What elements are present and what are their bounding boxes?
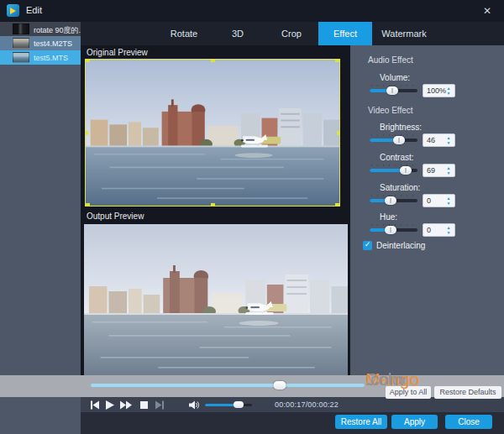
playback-volume-handle[interactable] — [234, 401, 244, 408]
tab-rotate[interactable]: Rotate — [157, 22, 211, 45]
output-preview-header: Output Preview — [81, 210, 350, 223]
original-preview-label: Original Preview — [81, 47, 148, 59]
brightness-label: Brightness: — [380, 123, 422, 132]
tab-3d[interactable]: 3D — [211, 22, 265, 45]
window-title: Edit — [26, 5, 42, 15]
seek-handle[interactable] — [273, 381, 286, 390]
video-thumbnail — [13, 52, 29, 63]
deinterlacing-label: Deinterlacing — [376, 241, 425, 250]
fast-forward-icon[interactable] — [119, 400, 131, 410]
file-name: test4.M2TS — [34, 39, 72, 48]
volume-slider[interactable] — [370, 86, 417, 95]
edit-dialog: Edit ✕ rotate 90度的... test4.M2TS test5.M… — [0, 0, 504, 434]
footer-bar: Restore All Apply Close — [81, 412, 504, 434]
deinterlacing-checkbox[interactable]: ✓ — [363, 241, 372, 250]
crop-handle[interactable] — [337, 131, 339, 135]
output-preview-label: Output Preview — [81, 210, 144, 223]
crop-handle[interactable] — [211, 60, 215, 62]
crop-handle[interactable] — [335, 60, 339, 62]
restore-defaults-button[interactable]: Restore Defaults — [434, 386, 501, 399]
seek-bar[interactable] — [91, 379, 365, 391]
close-icon[interactable]: ✕ — [480, 4, 495, 18]
apply-button[interactable]: Apply — [391, 415, 438, 429]
video-thumbnail — [13, 24, 29, 34]
brightness-value: 46 — [427, 136, 435, 144]
volume-spinbox[interactable]: 100% ▲ ▼ — [423, 84, 455, 97]
crop-handle[interactable] — [86, 60, 90, 62]
file-name: rotate 90度的... — [34, 25, 85, 36]
spin-down-icon[interactable]: ▼ — [445, 140, 452, 145]
original-preview-header: Original Preview — [81, 47, 350, 59]
saturation-slider[interactable] — [370, 196, 417, 205]
playback-volume-slider[interactable] — [205, 401, 252, 409]
time-display: 00:00:17/00:00:22 — [275, 400, 339, 409]
crop-handle[interactable] — [211, 203, 215, 206]
video-effect-section-title: Video Effect — [368, 106, 413, 115]
tab-watermark[interactable]: Watermark — [372, 22, 436, 45]
hue-slider-handle[interactable] — [385, 226, 396, 234]
app-logo-icon — [7, 4, 19, 17]
hue-spinbox[interactable]: 0 ▲ ▼ — [423, 223, 455, 237]
file-list: rotate 90度的... test4.M2TS test5.MTS — [0, 22, 81, 434]
contrast-slider-handle[interactable] — [400, 166, 412, 175]
tab-crop[interactable]: Crop — [265, 22, 318, 45]
crop-overlay — [85, 59, 340, 207]
brightness-slider[interactable] — [370, 136, 417, 144]
check-icon: ✓ — [363, 240, 372, 248]
crop-handle[interactable] — [86, 131, 88, 135]
brightness-spinbox[interactable]: 46 ▲ ▼ — [423, 133, 455, 147]
audio-effect-section-title: Audio Effect — [368, 55, 413, 65]
saturation-value: 0 — [427, 196, 431, 205]
file-list-item-selected[interactable]: test5.MTS — [0, 50, 81, 65]
play-icon[interactable] — [104, 400, 116, 410]
brightness-slider-handle[interactable] — [393, 136, 405, 144]
file-list-item[interactable]: test4.M2TS — [0, 36, 81, 50]
tab-effect[interactable]: Effect — [318, 22, 372, 45]
volume-slider-handle[interactable] — [386, 86, 398, 95]
volume-label: Volume: — [380, 73, 410, 82]
next-frame-icon[interactable] — [154, 400, 165, 410]
speaker-icon[interactable] — [188, 400, 200, 410]
contrast-spinbox[interactable]: 69 ▲ ▼ — [423, 164, 455, 177]
saturation-label: Saturation: — [380, 183, 420, 192]
file-list-item[interactable]: rotate 90度的... — [0, 22, 81, 36]
spin-down-icon[interactable]: ▼ — [445, 170, 452, 175]
hue-value: 0 — [427, 226, 431, 234]
stop-icon[interactable] — [139, 400, 150, 410]
spin-down-icon[interactable]: ▼ — [445, 230, 452, 235]
tab-bar: Rotate 3D Crop Effect Watermark — [81, 22, 504, 45]
preview-area: Original Preview — [81, 45, 350, 375]
saturation-spinbox[interactable]: 0 ▲ ▼ — [423, 194, 455, 207]
video-thumbnail — [13, 38, 29, 49]
spin-down-icon[interactable]: ▼ — [445, 201, 452, 206]
hue-slider[interactable] — [370, 226, 417, 234]
close-button[interactable]: Close — [445, 415, 492, 429]
file-name: test5.MTS — [34, 54, 68, 62]
previous-frame-icon[interactable] — [89, 400, 101, 410]
transport-bar: 00:00:17/00:00:22 — [81, 397, 504, 412]
spin-down-icon[interactable]: ▼ — [445, 91, 452, 96]
saturation-slider-handle[interactable] — [385, 196, 396, 205]
hue-label: Hue: — [380, 212, 397, 222]
crop-handle[interactable] — [86, 203, 90, 206]
titlebar: Edit ✕ — [0, 0, 504, 22]
contrast-value: 69 — [427, 166, 435, 175]
contrast-slider[interactable] — [370, 166, 417, 175]
crop-handle[interactable] — [335, 203, 339, 206]
restore-all-button[interactable]: Restore All — [335, 415, 387, 429]
output-preview — [84, 224, 348, 375]
volume-value: 100% — [427, 86, 446, 95]
contrast-label: Contrast: — [380, 153, 414, 162]
